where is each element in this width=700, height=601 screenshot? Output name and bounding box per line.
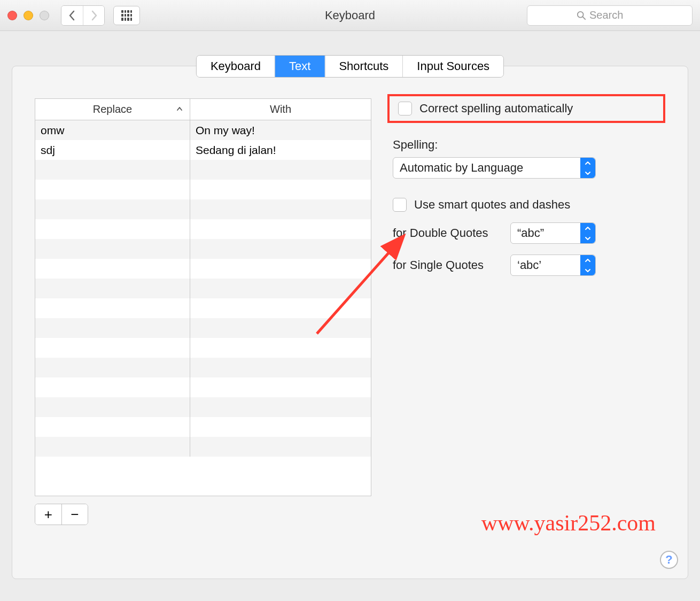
close-window[interactable] — [7, 11, 17, 20]
show-all-button[interactable] — [113, 6, 140, 25]
double-quotes-label: for Double Quotes — [393, 226, 500, 240]
add-remove-segment: + − — [35, 504, 88, 525]
table-body[interactable]: omw On my way! sdj Sedang di jalan! — [35, 120, 371, 496]
single-quotes-select[interactable]: ‘abc’ — [510, 255, 596, 276]
replacements-section: Replace With omw On my way! — [35, 98, 371, 525]
search-input[interactable] — [589, 9, 643, 21]
table-row[interactable]: omw On my way! — [35, 120, 371, 140]
table-row — [35, 180, 371, 199]
cell-with[interactable]: On my way! — [190, 120, 371, 140]
table-row[interactable]: sdj Sedang di jalan! — [35, 140, 371, 160]
table-row — [35, 377, 371, 397]
single-quotes-label: for Single Quotes — [393, 258, 500, 272]
smart-quotes-checkbox[interactable] — [393, 198, 407, 212]
single-quotes-row: for Single Quotes ‘abc’ — [393, 255, 665, 276]
back-button[interactable] — [61, 6, 83, 25]
replacements-table: Replace With omw On my way! — [35, 98, 371, 496]
table-row — [35, 318, 371, 338]
table-row — [35, 160, 371, 180]
svg-point-0 — [578, 11, 584, 17]
table-row — [35, 219, 371, 239]
tab-bar: Keyboard Text Shortcuts Input Sources — [196, 55, 504, 78]
options-section: Correct spelling automatically Spelling:… — [393, 98, 665, 525]
table-row — [35, 199, 371, 219]
select-stepper-icon — [580, 255, 595, 275]
select-stepper-icon — [580, 223, 595, 243]
cell-replace[interactable]: sdj — [35, 140, 190, 160]
table-row — [35, 358, 371, 377]
double-quotes-value: “abc” — [517, 226, 544, 240]
table-row — [35, 338, 371, 358]
table-row — [35, 259, 371, 279]
search-field[interactable] — [527, 5, 693, 26]
zoom-window — [40, 11, 49, 20]
content-area: Replace With omw On my way! — [35, 98, 665, 525]
smart-quotes-row: Use smart quotes and dashes — [393, 198, 665, 212]
annotation-highlight: Correct spelling automatically — [387, 94, 665, 123]
cell-replace[interactable]: omw — [35, 120, 190, 140]
spelling-value: Automatic by Language — [400, 161, 523, 175]
double-quotes-select[interactable]: “abc” — [510, 222, 596, 244]
sort-indicator-icon — [176, 103, 183, 115]
table-row — [35, 397, 371, 417]
svg-line-1 — [583, 17, 586, 19]
single-quotes-value: ‘abc’ — [517, 258, 541, 272]
table-row — [35, 239, 371, 259]
chevron-left-icon — [68, 10, 76, 21]
cell-with[interactable]: Sedang di jalan! — [190, 140, 371, 160]
smart-quotes-label: Use smart quotes and dashes — [414, 198, 570, 212]
correct-spelling-label: Correct spelling automatically — [419, 102, 573, 115]
tab-text[interactable]: Text — [275, 56, 324, 77]
add-button[interactable]: + — [35, 504, 61, 525]
window-controls — [7, 11, 49, 20]
table-row — [35, 417, 371, 437]
tab-keyboard[interactable]: Keyboard — [197, 56, 275, 77]
double-quotes-row: for Double Quotes “abc” — [393, 222, 665, 244]
correct-spelling-checkbox[interactable] — [398, 102, 412, 115]
table-row — [35, 298, 371, 318]
table-row — [35, 437, 371, 457]
table-row — [35, 279, 371, 298]
preferences-panel: Keyboard Text Shortcuts Input Sources Re… — [12, 66, 688, 579]
nav-back-forward — [61, 5, 105, 26]
tab-input-sources[interactable]: Input Sources — [402, 56, 503, 77]
column-header-replace[interactable]: Replace — [35, 99, 190, 120]
help-button[interactable]: ? — [660, 551, 678, 569]
select-stepper-icon — [580, 158, 595, 178]
minimize-window[interactable] — [24, 11, 33, 20]
column-header-with[interactable]: With — [190, 99, 371, 120]
titlebar: Keyboard — [0, 0, 700, 31]
column-header-with-label: With — [270, 103, 291, 115]
grid-icon — [121, 10, 132, 21]
spelling-label: Spelling: — [393, 138, 665, 152]
spelling-select[interactable]: Automatic by Language — [393, 157, 596, 179]
column-header-replace-label: Replace — [93, 103, 132, 115]
tab-shortcuts[interactable]: Shortcuts — [324, 56, 402, 77]
chevron-right-icon — [90, 10, 98, 21]
search-icon — [577, 11, 586, 20]
table-header: Replace With — [35, 99, 371, 120]
forward-button — [83, 6, 104, 25]
remove-button[interactable]: − — [61, 504, 88, 525]
